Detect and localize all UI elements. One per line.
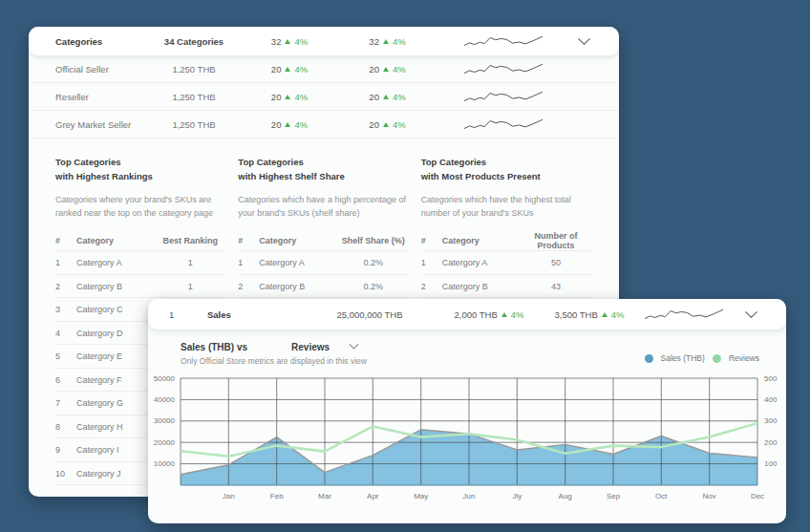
row-value: 34 Categories bbox=[151, 36, 237, 47]
row-value: 1,250 THB bbox=[151, 64, 237, 74]
svg-text:Nov: Nov bbox=[703, 492, 716, 500]
section-title: Top Categories with Highest Shelf Share bbox=[238, 156, 409, 183]
up-arrow-icon bbox=[285, 67, 290, 72]
sales-reviews-chart: 1000020000300004000050000100200300400500… bbox=[148, 373, 786, 505]
chart-subtitle: Only Official Store metrics are displaye… bbox=[181, 356, 367, 366]
dashboard-background: Categories 34 Categories 32 4% 32 4% Off… bbox=[0, 0, 810, 532]
reviews-legend-dot bbox=[713, 354, 721, 363]
row-metric-2: 20 4% bbox=[342, 92, 433, 102]
categories-summary-row[interactable]: Categories 34 Categories 32 4% 32 4% bbox=[29, 27, 619, 55]
row-label: Sales bbox=[207, 309, 303, 320]
svg-text:Mar: Mar bbox=[318, 492, 331, 500]
sparkline bbox=[637, 306, 733, 324]
up-arrow-icon bbox=[602, 312, 608, 317]
svg-text:30000: 30000 bbox=[154, 416, 176, 425]
metric-dropdown[interactable]: Reviews bbox=[291, 342, 357, 352]
chart-title: Sales (THB) vs bbox=[181, 342, 247, 352]
table-header-row: #CategoryShelf Share (%) bbox=[238, 231, 409, 251]
up-arrow-icon bbox=[285, 122, 290, 127]
row-label: Official Seller bbox=[55, 64, 151, 74]
sparkline bbox=[433, 116, 576, 134]
row-metric-1: 20 4% bbox=[237, 64, 342, 74]
table-row: 1Catergory A50 bbox=[421, 251, 592, 275]
up-arrow-icon bbox=[285, 39, 290, 44]
row-metric-1: 20 4% bbox=[237, 92, 342, 102]
section-title: Top Categories with Highest Rankings bbox=[55, 156, 226, 183]
svg-text:Oct: Oct bbox=[655, 492, 668, 500]
legend-item-sales: Sales (THB) bbox=[645, 353, 705, 363]
svg-text:Apr: Apr bbox=[367, 492, 379, 500]
svg-text:400: 400 bbox=[764, 395, 778, 404]
table-row: 2Catergory B1 bbox=[55, 275, 226, 299]
row-label: Grey Market Seller bbox=[55, 119, 151, 130]
sparkline bbox=[433, 32, 576, 51]
seller-row[interactable]: Official Seller 1,250 THB 20 4% 20 4% bbox=[29, 55, 619, 83]
sales-legend-dot bbox=[645, 354, 653, 363]
sales-panel: 1 Sales 25,000,000 THB 2,000 THB 4% 3,50… bbox=[148, 299, 786, 523]
up-arrow-icon bbox=[383, 39, 389, 44]
row-metric-1: 32 4% bbox=[237, 36, 342, 47]
svg-text:300: 300 bbox=[764, 416, 778, 425]
section-description: Categories which have the highest total … bbox=[421, 194, 591, 220]
row-value: 1,250 THB bbox=[151, 92, 237, 102]
chevron-down-icon bbox=[350, 340, 359, 350]
row-index: 1 bbox=[169, 309, 207, 320]
row-value: 25,000,000 THB bbox=[303, 309, 437, 320]
table-header-row: #CategoryBest Ranking bbox=[55, 231, 226, 251]
up-arrow-icon bbox=[383, 67, 389, 72]
section-description: Categories where your brand's SKUs are r… bbox=[55, 194, 225, 220]
svg-text:Aug: Aug bbox=[559, 492, 572, 500]
svg-text:500: 500 bbox=[764, 374, 778, 383]
svg-text:200: 200 bbox=[764, 438, 778, 447]
svg-text:50000: 50000 bbox=[154, 374, 176, 383]
seller-row[interactable]: Reseller 1,250 THB 20 4% 20 4% bbox=[29, 83, 619, 111]
sparkline bbox=[433, 88, 576, 106]
svg-text:40000: 40000 bbox=[154, 395, 176, 404]
up-arrow-icon bbox=[383, 95, 389, 99]
section-description: Categories which have a high percentage … bbox=[238, 194, 408, 220]
chevron-down-icon[interactable] bbox=[578, 32, 590, 45]
row-metric-2: 32 4% bbox=[342, 36, 433, 47]
row-metric-2: 3,500 THB 4% bbox=[542, 309, 637, 320]
chart-header: Sales (THB) vs Reviews Only Official Sto… bbox=[148, 330, 786, 366]
up-arrow-icon bbox=[285, 95, 290, 99]
section-title: Top Categories with Most Products Presen… bbox=[421, 156, 592, 183]
row-label: Categories bbox=[55, 36, 151, 47]
svg-text:Feb: Feb bbox=[270, 492, 284, 500]
row-value: 1,250 THB bbox=[151, 119, 237, 130]
seller-rows: Official Seller 1,250 THB 20 4% 20 4% Re… bbox=[29, 55, 619, 138]
svg-text:May: May bbox=[414, 492, 428, 500]
svg-text:20000: 20000 bbox=[154, 438, 176, 447]
svg-text:Sep: Sep bbox=[607, 492, 621, 500]
svg-text:Jun: Jun bbox=[463, 492, 476, 500]
svg-text:Jan: Jan bbox=[223, 492, 235, 500]
row-metric-1: 20 4% bbox=[237, 119, 342, 130]
sparkline bbox=[433, 60, 576, 78]
row-label: Reseller bbox=[55, 92, 151, 102]
chevron-down-icon[interactable] bbox=[745, 306, 757, 318]
legend-item-reviews: Reviews bbox=[713, 353, 759, 363]
row-metric-2: 20 4% bbox=[342, 119, 433, 130]
up-arrow-icon bbox=[501, 312, 507, 317]
up-arrow-icon bbox=[383, 122, 389, 127]
seller-row[interactable]: Grey Market Seller 1,250 THB 20 4% 20 4% bbox=[29, 111, 619, 138]
table-row: 2Catergory B0.2% bbox=[238, 275, 409, 299]
svg-text:10000: 10000 bbox=[154, 459, 176, 468]
svg-text:100: 100 bbox=[764, 459, 778, 468]
row-metric-1: 2,000 THB 4% bbox=[437, 309, 542, 320]
row-metric-2: 20 4% bbox=[342, 64, 433, 74]
sales-summary-row[interactable]: 1 Sales 25,000,000 THB 2,000 THB 4% 3,50… bbox=[148, 299, 786, 330]
svg-text:Jly: Jly bbox=[512, 492, 522, 500]
svg-text:Dec: Dec bbox=[751, 492, 764, 500]
table-header-row: #CategoryNumber of Products bbox=[421, 231, 592, 251]
chart-legend: Sales (THB) Reviews bbox=[645, 353, 759, 363]
table-row: 2Catergory B43 bbox=[421, 275, 592, 299]
table-row: 1Catergory A1 bbox=[55, 251, 226, 275]
table-row: 1Catergory A0.2% bbox=[238, 251, 409, 275]
sales-reviews-chart-svg: 1000020000300004000050000100200300400500… bbox=[148, 373, 786, 505]
